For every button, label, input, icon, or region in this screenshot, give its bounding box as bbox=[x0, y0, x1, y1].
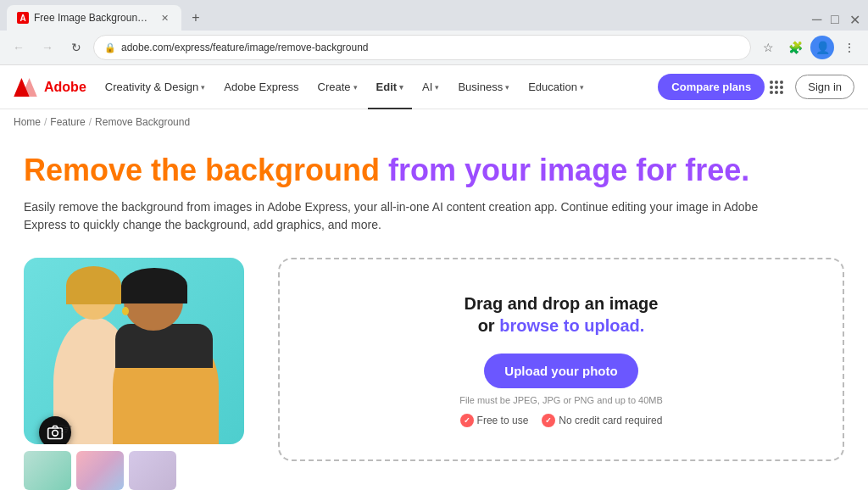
check-icon-1: ✓ bbox=[460, 414, 474, 427]
upload-button[interactable]: Upload your photo bbox=[484, 354, 637, 388]
adobe-logo[interactable]: Adobe bbox=[14, 78, 86, 97]
person-b-hair bbox=[121, 268, 187, 303]
hero-subtitle: Easily remove the background from images… bbox=[24, 198, 787, 234]
hero-title-orange: Remove the background bbox=[24, 153, 388, 187]
menu-button[interactable]: ⋮ bbox=[837, 36, 861, 59]
chevron-icon: ▾ bbox=[505, 83, 509, 92]
tab-favicon: A bbox=[17, 12, 29, 24]
hero-title: Remove the background from your image fo… bbox=[24, 152, 844, 188]
content-row: ☞ Drag and drop an image or browse to up… bbox=[24, 258, 844, 490]
nav-items: Creativity & Design ▾ Adobe Express Crea… bbox=[97, 74, 854, 100]
address-bar: ← → ↻ 🔒 adobe.com/express/feature/image/… bbox=[0, 31, 868, 64]
check-icon-2: ✓ bbox=[542, 414, 555, 427]
adobe-logo-text: Adobe bbox=[44, 80, 86, 95]
chevron-icon: ▾ bbox=[580, 83, 584, 92]
close-window-button[interactable]: ✕ bbox=[849, 12, 861, 24]
upload-title-line1: Drag and drop an image bbox=[465, 294, 659, 313]
person-b-top bbox=[115, 324, 213, 368]
thumbnail-3[interactable] bbox=[129, 451, 176, 490]
upload-badges: ✓ Free to use ✓ No credit card required bbox=[460, 414, 663, 427]
upload-title: Drag and drop an image or browse to uplo… bbox=[465, 292, 659, 337]
browser-actions: ☆ 🧩 👤 ⋮ bbox=[756, 36, 861, 59]
thumbnail-2[interactable] bbox=[76, 451, 124, 490]
extensions-button[interactable]: 🧩 bbox=[783, 36, 807, 59]
profile-button[interactable]: 👤 bbox=[810, 36, 834, 59]
adobe-logo-icon bbox=[14, 78, 37, 97]
no-credit-card-badge: ✓ No credit card required bbox=[542, 414, 662, 427]
nav-item-business[interactable]: Business ▾ bbox=[449, 75, 518, 98]
tab-title: Free Image Background Remo... bbox=[34, 12, 153, 24]
badge-1-text: Free to use bbox=[477, 415, 529, 426]
window-controls: ─ □ ✕ bbox=[812, 12, 861, 24]
minimize-button[interactable]: ─ bbox=[812, 12, 824, 24]
chevron-icon: ▾ bbox=[353, 83, 358, 92]
chevron-icon: ▾ bbox=[201, 83, 205, 92]
nav-item-education[interactable]: Education ▾ bbox=[520, 75, 593, 98]
url-bar[interactable]: 🔒 adobe.com/express/feature/image/remove… bbox=[93, 35, 751, 60]
main-content: Remove the background from your image fo… bbox=[10, 135, 858, 490]
forward-button[interactable]: → bbox=[36, 36, 59, 59]
breadcrumb-home[interactable]: Home bbox=[14, 116, 41, 128]
tab-close-button[interactable]: ✕ bbox=[158, 11, 171, 25]
back-button[interactable]: ← bbox=[7, 36, 31, 59]
browser-chrome: A Free Image Background Remo... ✕ + ─ □ … bbox=[0, 0, 868, 65]
breadcrumb-sep: / bbox=[44, 116, 47, 128]
lock-icon: 🔒 bbox=[104, 42, 116, 53]
thumbnail-1[interactable] bbox=[24, 451, 71, 490]
upload-box: Drag and drop an image or browse to uplo… bbox=[278, 258, 844, 461]
breadcrumb-current: Remove Background bbox=[95, 116, 190, 128]
active-tab[interactable]: A Free Image Background Remo... ✕ bbox=[7, 5, 181, 31]
url-text: adobe.com/express/feature/image/remove-b… bbox=[121, 42, 369, 53]
hero-title-purple: from your image for free. bbox=[388, 153, 749, 187]
reload-button[interactable]: ↻ bbox=[64, 36, 88, 59]
cursor-icon: ☞ bbox=[58, 419, 73, 439]
new-tab-button[interactable]: + bbox=[185, 7, 207, 29]
demo-image-container: ☞ bbox=[24, 258, 244, 490]
adobe-navbar: Adobe Creativity & Design ▾ Adobe Expres… bbox=[0, 65, 868, 109]
upload-title-line2: or bbox=[478, 316, 495, 335]
chevron-icon: ▾ bbox=[435, 83, 439, 92]
bookmark-button[interactable]: ☆ bbox=[756, 36, 780, 59]
badge-2-text: No credit card required bbox=[559, 415, 662, 426]
breadcrumb-sep: / bbox=[89, 116, 92, 128]
compare-plans-button[interactable]: Compare plans bbox=[658, 74, 765, 100]
demo-image: ☞ bbox=[24, 258, 244, 444]
nav-item-create[interactable]: Create ▾ bbox=[309, 75, 366, 98]
maximize-button[interactable]: □ bbox=[831, 12, 843, 24]
tab-bar: A Free Image Background Remo... ✕ + ─ □ … bbox=[0, 0, 868, 31]
breadcrumb: Home / Feature / Remove Background bbox=[0, 109, 868, 135]
nav-item-edit[interactable]: Edit ▾ bbox=[368, 75, 413, 98]
nav-item-creativity[interactable]: Creativity & Design ▾ bbox=[97, 75, 214, 98]
free-to-use-badge: ✓ Free to use bbox=[460, 414, 529, 427]
nav-item-express[interactable]: Adobe Express bbox=[215, 75, 307, 98]
person-a-hair bbox=[66, 266, 121, 304]
thumbnails-row bbox=[24, 451, 244, 490]
chevron-icon: ▾ bbox=[399, 83, 403, 92]
sign-in-button[interactable]: Sign in bbox=[795, 75, 854, 99]
upload-browse-text: browse to upload. bbox=[499, 316, 644, 335]
upload-constraint: File must be JPEG, JPG or PNG and up to … bbox=[459, 395, 663, 405]
grid-menu-button[interactable] bbox=[766, 77, 787, 97]
breadcrumb-feature[interactable]: Feature bbox=[50, 116, 85, 128]
nav-item-ai[interactable]: AI ▾ bbox=[414, 75, 448, 98]
